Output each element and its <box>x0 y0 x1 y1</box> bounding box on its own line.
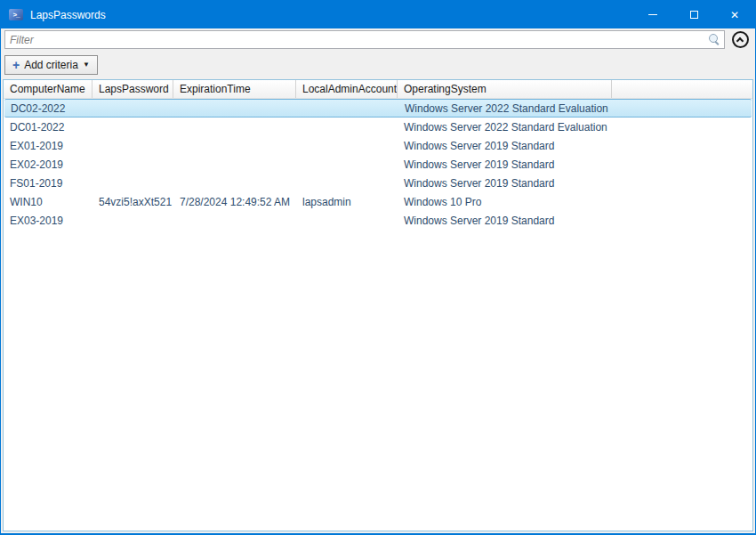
caption-buttons: ✕ <box>632 1 755 28</box>
close-button[interactable]: ✕ <box>714 1 755 28</box>
add-criteria-button[interactable]: + Add criteria ▼ <box>4 55 98 75</box>
table-row[interactable]: DC01-2022 Windows Server 2022 Standard E… <box>4 118 752 136</box>
column-header-filler <box>612 80 752 98</box>
toolbar: + Add criteria ▼ <box>1 50 755 79</box>
cell-computername: EX03-2019 <box>4 211 92 230</box>
cell-expirationtime: 7/28/2024 12:49:52 AM <box>173 192 296 211</box>
results-grid: ComputerName LapsPassword ExpirationTime… <box>3 79 753 531</box>
cell-localadminaccount <box>296 136 398 155</box>
cell-computername: DC01-2022 <box>4 118 92 136</box>
table-row[interactable]: WIN10 54vzi5!axXt521 7/28/2024 12:49:52 … <box>4 192 752 211</box>
table-row[interactable]: FS01-2019 Windows Server 2019 Standard <box>4 174 752 192</box>
chevron-up-icon <box>736 37 744 45</box>
table-row[interactable]: DC02-2022 Windows Server 2022 Standard E… <box>4 99 752 118</box>
close-icon: ✕ <box>730 10 739 20</box>
cell-lapspassword <box>92 136 173 155</box>
window-title: LapsPasswords <box>30 9 106 21</box>
column-header-localadminaccount[interactable]: LocalAdminAccount <box>296 80 398 98</box>
cell-expirationtime <box>173 174 296 192</box>
cell-expirationtime <box>174 100 297 117</box>
collapse-criteria-button[interactable] <box>732 31 749 48</box>
cell-expirationtime <box>173 155 296 174</box>
filter-box <box>4 30 725 49</box>
plus-icon: + <box>12 59 20 71</box>
table-row[interactable]: EX01-2019 Windows Server 2019 Standard <box>4 136 752 155</box>
cell-expirationtime <box>173 136 296 155</box>
cell-lapspassword: 54vzi5!axXt521 <box>92 192 173 211</box>
column-header-expirationtime[interactable]: ExpirationTime <box>173 80 296 98</box>
add-criteria-label: Add criteria <box>24 59 78 71</box>
table-row[interactable]: EX02-2019 Windows Server 2019 Standard <box>4 155 752 174</box>
titlebar[interactable]: LapsPasswords ✕ <box>1 1 755 28</box>
cell-computername: DC02-2022 <box>4 100 93 117</box>
cell-localadminaccount <box>296 211 398 230</box>
column-header-operatingsystem[interactable]: OperatingSystem <box>398 80 612 98</box>
cell-lapspassword <box>92 174 173 192</box>
cell-lapspassword <box>92 118 173 136</box>
cell-localadminaccount <box>297 100 398 117</box>
powershell-icon <box>9 9 23 20</box>
cell-computername: EX01-2019 <box>4 136 92 155</box>
cell-operatingsystem: Windows Server 2019 Standard <box>398 155 612 174</box>
cell-computername: EX02-2019 <box>4 155 92 174</box>
app-window: LapsPasswords ✕ + Add criteria ▼ <box>0 0 756 535</box>
cell-operatingsystem: Windows Server 2022 Standard Evaluation <box>398 100 613 117</box>
dropdown-arrow-icon: ▼ <box>83 61 90 69</box>
cell-localadminaccount <box>296 174 398 192</box>
cell-operatingsystem: Windows Server 2022 Standard Evaluation <box>398 118 612 136</box>
cell-operatingsystem: Windows Server 2019 Standard <box>398 174 612 192</box>
cell-localadminaccount: lapsadmin <box>296 192 398 211</box>
cell-lapspassword <box>92 211 173 230</box>
grid-header: ComputerName LapsPassword ExpirationTime… <box>4 80 752 99</box>
cell-operatingsystem: Windows 10 Pro <box>398 192 612 211</box>
cell-operatingsystem: Windows Server 2019 Standard <box>398 136 612 155</box>
cell-lapspassword <box>93 100 174 117</box>
cell-computername: WIN10 <box>4 192 92 211</box>
cell-lapspassword <box>92 155 173 174</box>
cell-computername: FS01-2019 <box>4 174 92 192</box>
filter-input[interactable] <box>4 30 725 49</box>
cell-localadminaccount <box>296 155 398 174</box>
minimize-button[interactable] <box>632 1 673 28</box>
column-header-lapspassword[interactable]: LapsPassword <box>92 80 173 98</box>
cell-expirationtime <box>173 211 296 230</box>
filter-row <box>1 28 755 50</box>
maximize-button[interactable] <box>673 1 714 28</box>
grid-body: DC02-2022 Windows Server 2022 Standard E… <box>4 99 752 531</box>
maximize-icon <box>690 11 698 19</box>
minimize-icon <box>648 14 657 15</box>
cell-expirationtime <box>173 118 296 136</box>
cell-operatingsystem: Windows Server 2019 Standard <box>398 211 612 230</box>
column-header-computername[interactable]: ComputerName <box>4 80 92 98</box>
table-row[interactable]: EX03-2019 Windows Server 2019 Standard <box>4 211 752 230</box>
cell-localadminaccount <box>296 118 398 136</box>
